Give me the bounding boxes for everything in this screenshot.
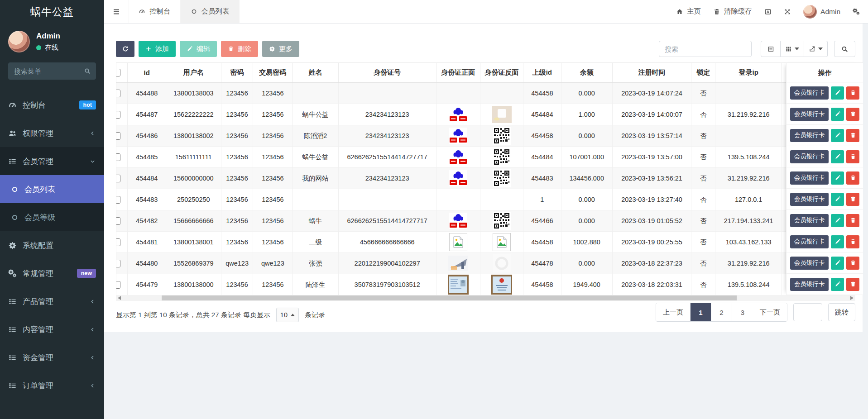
table-row[interactable]: 45448015526869379qwe123qwe123张强220122199… xyxy=(116,253,854,274)
member-bank-card-button[interactable]: 会员银行卡 xyxy=(790,150,829,163)
more-button[interactable]: 更多 xyxy=(262,41,299,57)
row-delete-button[interactable] xyxy=(846,150,859,163)
member-bank-card-button[interactable]: 会员银行卡 xyxy=(790,257,829,270)
table-row[interactable]: 45448715622222222123456123456蜗牛公益2342341… xyxy=(116,104,854,125)
table-row[interactable]: 45447913800138000123456123456陆泽生35078319… xyxy=(116,274,854,295)
topbar-language[interactable] xyxy=(764,8,772,15)
columns-button[interactable] xyxy=(781,41,804,57)
row-checkbox[interactable] xyxy=(116,132,121,140)
sidebar-item-orders[interactable]: 订单管理 xyxy=(0,371,104,400)
sidebar-item-auth[interactable]: 权限管理 xyxy=(0,119,104,147)
id-back-image[interactable] xyxy=(493,127,511,145)
member-bank-card-button[interactable]: 会员银行卡 xyxy=(790,108,829,121)
id-front-image[interactable] xyxy=(448,275,469,295)
topbar-fullscreen[interactable] xyxy=(784,8,791,15)
page-button-1[interactable]: 1 xyxy=(691,303,711,321)
column-header[interactable]: 用户名 xyxy=(166,63,221,83)
row-edit-button[interactable] xyxy=(831,278,844,291)
member-bank-card-button[interactable]: 会员银行卡 xyxy=(790,86,829,100)
member-bank-card-button[interactable]: 会员银行卡 xyxy=(790,193,829,206)
column-header[interactable]: 余额 xyxy=(561,63,612,83)
next-page-button[interactable]: 下一页 xyxy=(753,303,787,321)
id-back-image[interactable] xyxy=(492,106,512,123)
sidebar-item-system-config[interactable]: 系统配置 xyxy=(0,231,104,259)
id-back-image[interactable] xyxy=(493,148,511,166)
row-delete-button[interactable] xyxy=(846,257,859,270)
search-submit-button[interactable] xyxy=(834,41,855,57)
scrollbar-track[interactable] xyxy=(123,295,849,301)
row-edit-button[interactable] xyxy=(831,86,844,100)
id-back-image[interactable] xyxy=(491,275,512,295)
column-header[interactable]: Id xyxy=(128,63,166,83)
sidebar-item-funds[interactable]: 资金管理 xyxy=(0,343,104,371)
id-back-image[interactable] xyxy=(493,233,511,251)
row-checkbox[interactable] xyxy=(116,260,121,267)
scrollbar-thumb[interactable] xyxy=(162,295,737,300)
detail-view-button[interactable] xyxy=(761,41,781,57)
topbar-clear-cache[interactable]: 清除缓存 xyxy=(713,7,752,16)
table-row[interactable]: 45448613800138002123456123456陈滔滔22342341… xyxy=(116,125,854,147)
member-bank-card-button[interactable]: 会员银行卡 xyxy=(790,235,829,248)
page-size-select[interactable]: 10 xyxy=(276,308,299,322)
menu-search-input[interactable] xyxy=(8,62,96,80)
delete-button[interactable]: 删除 xyxy=(221,41,258,57)
column-header[interactable]: 锁定 xyxy=(691,63,715,83)
row-edit-button[interactable] xyxy=(831,214,844,227)
topbar-settings[interactable] xyxy=(853,8,860,15)
column-header[interactable]: 身份证正面 xyxy=(436,63,480,83)
column-header[interactable]: 身份证反面 xyxy=(480,63,523,83)
topbar-admin-user[interactable]: Admin xyxy=(803,5,840,19)
id-front-image[interactable] xyxy=(449,106,467,123)
member-bank-card-button[interactable]: 会员银行卡 xyxy=(790,214,829,227)
page-jump-input[interactable] xyxy=(793,303,822,321)
sidebar-item-content[interactable]: 内容管理 xyxy=(0,315,104,343)
add-button[interactable]: 添加 xyxy=(139,41,176,57)
id-front-image[interactable] xyxy=(449,170,467,186)
row-edit-button[interactable] xyxy=(831,193,844,206)
row-delete-button[interactable] xyxy=(846,193,859,206)
row-delete-button[interactable] xyxy=(846,108,859,121)
table-search-input[interactable] xyxy=(659,41,752,57)
row-checkbox[interactable] xyxy=(116,111,121,119)
sidebar-toggle-button[interactable] xyxy=(104,0,129,23)
table-row[interactable]: 45448415600000000123456123456我的网站2342341… xyxy=(116,168,854,189)
row-edit-button[interactable] xyxy=(831,171,844,185)
scroll-right-button[interactable] xyxy=(849,295,855,301)
table-row[interactable]: 45448113800138001123456123456二级456666666… xyxy=(116,232,854,253)
row-checkbox[interactable] xyxy=(116,90,121,97)
prev-page-button[interactable]: 上一页 xyxy=(656,303,691,321)
row-checkbox[interactable] xyxy=(116,281,121,289)
column-header[interactable]: 身份证号 xyxy=(338,63,436,83)
page-jump-button[interactable]: 跳转 xyxy=(828,303,855,321)
row-edit-button[interactable] xyxy=(831,129,844,142)
row-checkbox[interactable] xyxy=(116,238,121,246)
sidebar-item-dashboard[interactable]: 控制台hot xyxy=(0,91,104,119)
tab-member-list[interactable]: 会员列表 xyxy=(181,0,240,23)
sidebar-item-member-list[interactable]: 会员列表 xyxy=(0,175,104,203)
row-delete-button[interactable] xyxy=(846,171,859,185)
column-header[interactable]: 登录ip xyxy=(715,63,782,83)
row-delete-button[interactable] xyxy=(846,278,859,291)
member-bank-card-button[interactable]: 会员银行卡 xyxy=(790,129,829,142)
table-row[interactable]: 45448515611111111123456123456蜗牛公益6266262… xyxy=(116,147,854,168)
row-checkbox[interactable] xyxy=(116,196,121,204)
id-back-image[interactable] xyxy=(493,212,511,230)
row-edit-button[interactable] xyxy=(831,150,844,163)
table-row[interactable]: 45448325025025012345612345610.0002023-03… xyxy=(116,189,854,210)
row-delete-button[interactable] xyxy=(846,129,859,142)
column-header[interactable]: 密码 xyxy=(221,63,253,83)
sidebar-item-general[interactable]: 常规管理new xyxy=(0,259,104,287)
column-header[interactable]: 注册时间 xyxy=(612,63,691,83)
column-header[interactable]: 姓名 xyxy=(293,63,339,83)
row-edit-button[interactable] xyxy=(831,257,844,270)
member-bank-card-button[interactable]: 会员银行卡 xyxy=(790,171,829,185)
select-all-checkbox[interactable] xyxy=(116,69,121,76)
id-back-image[interactable] xyxy=(493,169,511,187)
id-front-image[interactable] xyxy=(449,128,467,144)
row-edit-button[interactable] xyxy=(831,108,844,121)
id-front-image[interactable] xyxy=(449,233,467,251)
row-delete-button[interactable] xyxy=(846,86,859,100)
id-back-image[interactable] xyxy=(493,254,511,272)
page-button-3[interactable]: 3 xyxy=(732,303,753,321)
id-front-image[interactable] xyxy=(448,256,468,271)
